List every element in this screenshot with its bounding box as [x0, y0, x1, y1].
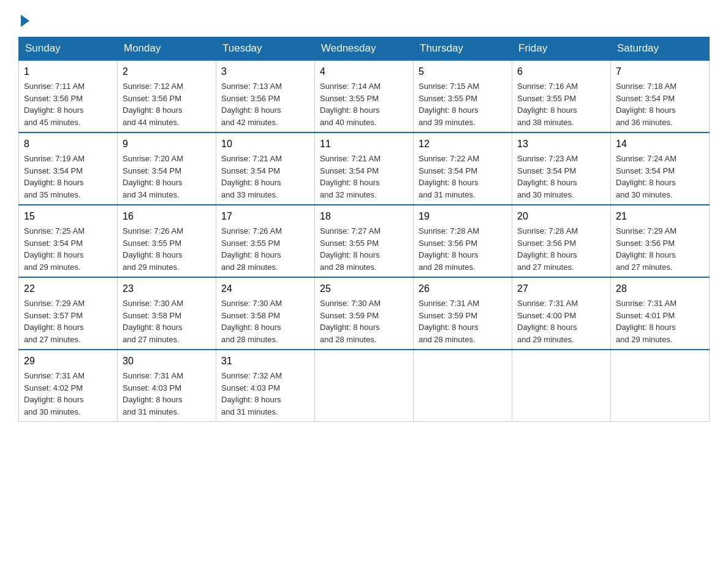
day-27: 27 Sunrise: 7:31 AMSunset: 4:00 PMDaylig…	[512, 277, 611, 350]
day-3: 3 Sunrise: 7:13 AMSunset: 3:56 PMDayligh…	[216, 60, 315, 132]
day-number-23: 23	[123, 282, 211, 296]
weekday-header-row: SundayMondayTuesdayWednesdayThursdayFrid…	[19, 37, 710, 61]
day-number-26: 26	[419, 282, 507, 296]
day-20: 20 Sunrise: 7:28 AMSunset: 3:56 PMDaylig…	[512, 205, 611, 277]
week-row-2: 8 Sunrise: 7:19 AMSunset: 3:54 PMDayligh…	[19, 132, 710, 205]
header-friday: Friday	[512, 37, 611, 61]
header-thursday: Thursday	[414, 37, 512, 61]
day-number-2: 2	[123, 64, 211, 79]
day-info-29: Sunrise: 7:31 AMSunset: 4:02 PMDaylight:…	[24, 371, 85, 416]
day-info-1: Sunrise: 7:11 AMSunset: 3:56 PMDaylight:…	[24, 82, 85, 127]
logo	[18, 12, 29, 25]
day-number-6: 6	[517, 64, 605, 79]
day-info-5: Sunrise: 7:15 AMSunset: 3:55 PMDaylight:…	[419, 82, 479, 127]
header-tuesday: Tuesday	[216, 37, 315, 61]
day-number-24: 24	[221, 282, 309, 296]
day-number-19: 19	[419, 209, 507, 224]
day-number-25: 25	[320, 282, 408, 296]
day-29: 29 Sunrise: 7:31 AMSunset: 4:02 PMDaylig…	[19, 350, 118, 422]
day-number-20: 20	[517, 209, 605, 224]
day-10: 10 Sunrise: 7:21 AMSunset: 3:54 PMDaylig…	[216, 132, 315, 205]
day-info-13: Sunrise: 7:23 AMSunset: 3:54 PMDaylight:…	[517, 154, 578, 199]
day-2: 2 Sunrise: 7:12 AMSunset: 3:56 PMDayligh…	[118, 60, 216, 132]
header-monday: Monday	[118, 37, 216, 61]
day-number-14: 14	[616, 137, 704, 151]
day-info-27: Sunrise: 7:31 AMSunset: 4:00 PMDaylight:…	[517, 299, 578, 344]
day-6: 6 Sunrise: 7:16 AMSunset: 3:55 PMDayligh…	[512, 60, 611, 132]
day-18: 18 Sunrise: 7:27 AMSunset: 3:55 PMDaylig…	[315, 205, 414, 277]
day-number-18: 18	[320, 209, 408, 224]
day-number-29: 29	[24, 354, 112, 369]
day-number-9: 9	[123, 137, 211, 151]
day-info-31: Sunrise: 7:32 AMSunset: 4:03 PMDaylight:…	[221, 371, 282, 416]
day-info-23: Sunrise: 7:30 AMSunset: 3:58 PMDaylight:…	[123, 299, 183, 344]
day-31: 31 Sunrise: 7:32 AMSunset: 4:03 PMDaylig…	[216, 350, 315, 422]
day-number-4: 4	[320, 64, 408, 79]
day-info-20: Sunrise: 7:28 AMSunset: 3:56 PMDaylight:…	[517, 226, 578, 272]
day-number-13: 13	[517, 137, 605, 151]
day-info-8: Sunrise: 7:19 AMSunset: 3:54 PMDaylight:…	[24, 154, 85, 199]
day-8: 8 Sunrise: 7:19 AMSunset: 3:54 PMDayligh…	[19, 132, 118, 205]
empty-cell-4-4	[414, 350, 512, 422]
day-info-10: Sunrise: 7:21 AMSunset: 3:54 PMDaylight:…	[221, 154, 282, 199]
day-4: 4 Sunrise: 7:14 AMSunset: 3:55 PMDayligh…	[315, 60, 414, 132]
header-wednesday: Wednesday	[315, 37, 414, 61]
day-16: 16 Sunrise: 7:26 AMSunset: 3:55 PMDaylig…	[118, 205, 216, 277]
day-number-1: 1	[24, 64, 112, 79]
day-info-19: Sunrise: 7:28 AMSunset: 3:56 PMDaylight:…	[419, 226, 479, 272]
day-number-11: 11	[320, 137, 408, 151]
day-number-8: 8	[24, 137, 112, 151]
day-5: 5 Sunrise: 7:15 AMSunset: 3:55 PMDayligh…	[414, 60, 512, 132]
calendar-table: SundayMondayTuesdayWednesdayThursdayFrid…	[18, 37, 710, 422]
day-9: 9 Sunrise: 7:20 AMSunset: 3:54 PMDayligh…	[118, 132, 216, 205]
day-info-28: Sunrise: 7:31 AMSunset: 4:01 PMDaylight:…	[616, 299, 677, 344]
day-23: 23 Sunrise: 7:30 AMSunset: 3:58 PMDaylig…	[118, 277, 216, 350]
day-11: 11 Sunrise: 7:21 AMSunset: 3:54 PMDaylig…	[315, 132, 414, 205]
day-info-11: Sunrise: 7:21 AMSunset: 3:54 PMDaylight:…	[320, 154, 381, 199]
day-info-12: Sunrise: 7:22 AMSunset: 3:54 PMDaylight:…	[419, 154, 479, 199]
day-30: 30 Sunrise: 7:31 AMSunset: 4:03 PMDaylig…	[118, 350, 216, 422]
day-12: 12 Sunrise: 7:22 AMSunset: 3:54 PMDaylig…	[414, 132, 512, 205]
day-14: 14 Sunrise: 7:24 AMSunset: 3:54 PMDaylig…	[611, 132, 710, 205]
empty-cell-4-3	[315, 350, 414, 422]
day-info-6: Sunrise: 7:16 AMSunset: 3:55 PMDaylight:…	[517, 82, 578, 127]
day-number-30: 30	[123, 354, 211, 369]
day-info-26: Sunrise: 7:31 AMSunset: 3:59 PMDaylight:…	[419, 299, 479, 344]
day-22: 22 Sunrise: 7:29 AMSunset: 3:57 PMDaylig…	[19, 277, 118, 350]
day-info-17: Sunrise: 7:26 AMSunset: 3:55 PMDaylight:…	[221, 226, 282, 272]
day-info-30: Sunrise: 7:31 AMSunset: 4:03 PMDaylight:…	[123, 371, 183, 416]
day-28: 28 Sunrise: 7:31 AMSunset: 4:01 PMDaylig…	[611, 277, 710, 350]
day-info-15: Sunrise: 7:25 AMSunset: 3:54 PMDaylight:…	[24, 226, 85, 272]
day-24: 24 Sunrise: 7:30 AMSunset: 3:58 PMDaylig…	[216, 277, 315, 350]
day-number-22: 22	[24, 282, 112, 296]
day-info-4: Sunrise: 7:14 AMSunset: 3:55 PMDaylight:…	[320, 82, 381, 127]
day-number-12: 12	[419, 137, 507, 151]
day-info-16: Sunrise: 7:26 AMSunset: 3:55 PMDaylight:…	[123, 226, 183, 272]
day-7: 7 Sunrise: 7:18 AMSunset: 3:54 PMDayligh…	[611, 60, 710, 132]
week-row-1: 1 Sunrise: 7:11 AMSunset: 3:56 PMDayligh…	[19, 60, 710, 132]
day-number-7: 7	[616, 64, 704, 79]
logo-arrow-icon	[21, 15, 29, 27]
day-info-21: Sunrise: 7:29 AMSunset: 3:56 PMDaylight:…	[616, 226, 677, 272]
day-number-17: 17	[221, 209, 309, 224]
day-info-2: Sunrise: 7:12 AMSunset: 3:56 PMDaylight:…	[123, 82, 183, 127]
week-row-3: 15 Sunrise: 7:25 AMSunset: 3:54 PMDaylig…	[19, 205, 710, 277]
day-26: 26 Sunrise: 7:31 AMSunset: 3:59 PMDaylig…	[414, 277, 512, 350]
day-1: 1 Sunrise: 7:11 AMSunset: 3:56 PMDayligh…	[19, 60, 118, 132]
day-15: 15 Sunrise: 7:25 AMSunset: 3:54 PMDaylig…	[19, 205, 118, 277]
day-info-18: Sunrise: 7:27 AMSunset: 3:55 PMDaylight:…	[320, 226, 381, 272]
header-saturday: Saturday	[611, 37, 710, 61]
day-25: 25 Sunrise: 7:30 AMSunset: 3:59 PMDaylig…	[315, 277, 414, 350]
day-21: 21 Sunrise: 7:29 AMSunset: 3:56 PMDaylig…	[611, 205, 710, 277]
day-number-10: 10	[221, 137, 309, 151]
day-number-16: 16	[123, 209, 211, 224]
day-info-7: Sunrise: 7:18 AMSunset: 3:54 PMDaylight:…	[616, 82, 677, 127]
day-number-28: 28	[616, 282, 704, 296]
day-info-3: Sunrise: 7:13 AMSunset: 3:56 PMDaylight:…	[221, 82, 282, 127]
day-info-22: Sunrise: 7:29 AMSunset: 3:57 PMDaylight:…	[24, 299, 85, 344]
week-row-4: 22 Sunrise: 7:29 AMSunset: 3:57 PMDaylig…	[19, 277, 710, 350]
page-header	[18, 12, 710, 25]
week-row-5: 29 Sunrise: 7:31 AMSunset: 4:02 PMDaylig…	[19, 350, 710, 422]
day-number-27: 27	[517, 282, 605, 296]
day-info-25: Sunrise: 7:30 AMSunset: 3:59 PMDaylight:…	[320, 299, 381, 344]
